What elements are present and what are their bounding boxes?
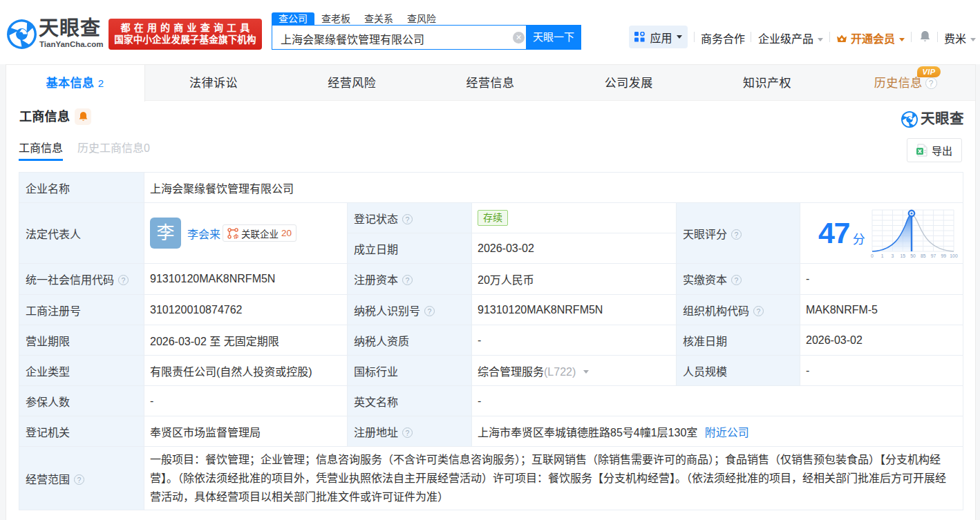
svg-text:85: 85 bbox=[921, 253, 926, 258]
svg-text:0: 0 bbox=[871, 253, 874, 258]
svg-text:99: 99 bbox=[941, 253, 946, 258]
svg-text:企: 企 bbox=[232, 233, 238, 238]
svg-text:3: 3 bbox=[891, 253, 894, 258]
svg-text:15: 15 bbox=[900, 253, 905, 258]
svg-text:50: 50 bbox=[910, 253, 916, 258]
svg-text:1: 1 bbox=[881, 253, 884, 258]
svg-text:100: 100 bbox=[950, 253, 958, 258]
svg-text:97: 97 bbox=[931, 253, 936, 258]
